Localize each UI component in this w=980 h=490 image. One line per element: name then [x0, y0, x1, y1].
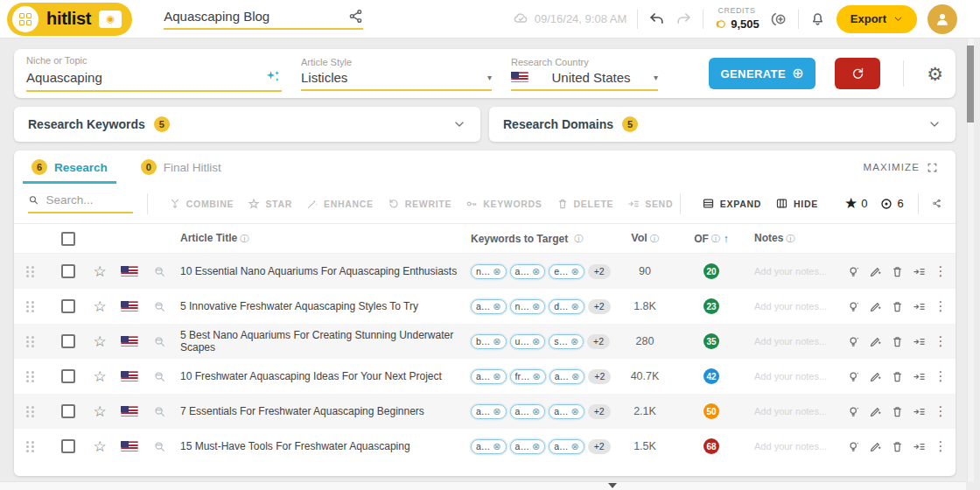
keyword-chip[interactable]: n…⊗ [510, 299, 546, 314]
apps-menu-icon[interactable] [12, 6, 38, 32]
send-row-icon[interactable] [913, 405, 926, 418]
keyword-chip[interactable]: a…⊗ [510, 439, 546, 454]
edit-enhance-icon[interactable] [869, 300, 882, 313]
row-menu-icon[interactable]: ⋮ [934, 333, 948, 349]
table-row[interactable]: ☆ 15 Must-Have Tools For Freshwater Aqua… [14, 429, 956, 464]
search-box[interactable] [28, 193, 133, 214]
row-checkbox[interactable] [61, 369, 75, 383]
article-title[interactable]: 15 Must-Have Tools For Freshwater Aquasc… [173, 440, 471, 452]
keyword-chip[interactable]: e…⊗ [549, 264, 584, 279]
drag-handle-icon[interactable] [26, 441, 51, 452]
column-vol[interactable]: Volⓘ [618, 232, 672, 245]
table-row[interactable]: ☆ 10 Essential Nano Aquariums For Aquasc… [14, 254, 956, 289]
chevron-down-icon[interactable] [928, 117, 942, 131]
chip-remove-icon[interactable]: ⊗ [532, 267, 540, 276]
keyword-chip[interactable]: a…⊗ [549, 439, 584, 454]
row-menu-icon[interactable]: ⋮ [934, 438, 948, 454]
more-keywords-chip[interactable]: +2 [588, 264, 611, 279]
send-row-icon[interactable] [913, 300, 926, 313]
column-of[interactable]: OFⓘ↑ [672, 233, 751, 245]
article-title[interactable]: 7 Essentials For Freshwater Aquascaping … [173, 405, 471, 417]
row-checkbox[interactable] [61, 404, 75, 418]
row-menu-icon[interactable]: ⋮ [934, 263, 948, 279]
export-button[interactable]: Export [836, 5, 917, 33]
chip-remove-icon[interactable]: ⊗ [570, 267, 578, 276]
keyword-chip[interactable]: a…⊗ [510, 404, 546, 419]
send-row-icon[interactable] [913, 370, 926, 383]
idea-lightbulb-icon[interactable] [847, 300, 860, 313]
chip-remove-icon[interactable]: ⊗ [570, 337, 578, 346]
scroll-down-arrow[interactable] [608, 483, 617, 488]
share-title-icon[interactable] [348, 9, 363, 24]
table-row[interactable]: ☆ 10 Freshwater Aquascaping Ideas For Yo… [14, 359, 956, 394]
column-keywords[interactable]: Keywords to Targetⓘ [471, 233, 618, 245]
chip-remove-icon[interactable]: ⊗ [493, 267, 500, 276]
chip-remove-icon[interactable]: ⊗ [532, 337, 540, 346]
article-title[interactable]: 5 Innovative Freshwater Aquascaping Styl… [173, 300, 471, 312]
article-style-value[interactable]: Listicles [301, 70, 347, 85]
undo-icon[interactable] [648, 10, 665, 27]
info-icon[interactable]: ⓘ [240, 234, 248, 243]
hide-columns-button[interactable]: HIDE [768, 192, 825, 215]
chip-remove-icon[interactable]: ⊗ [571, 372, 579, 382]
keyword-chip[interactable]: a…⊗ [550, 369, 585, 384]
more-keywords-chip[interactable]: +2 [588, 439, 611, 454]
chip-remove-icon[interactable]: ⊗ [532, 407, 540, 416]
article-style-select[interactable]: Article Style Listicles ▾ [301, 57, 492, 91]
drag-handle-icon[interactable] [26, 336, 51, 347]
table-row[interactable]: ☆ 5 Innovative Freshwater Aquascaping St… [14, 289, 956, 324]
chip-remove-icon[interactable]: ⊗ [493, 442, 500, 452]
niche-field[interactable]: Niche or Topic Aquascaping [26, 55, 282, 92]
table-row[interactable]: ☆ 5 Best Nano Aquariums For Creating Stu… [14, 324, 956, 359]
row-star-button[interactable]: ☆ [86, 402, 114, 421]
settings-gear-icon[interactable]: ⚙ [927, 65, 943, 83]
delete-row-icon[interactable] [891, 440, 904, 453]
serp-preview-icon[interactable] [153, 370, 166, 383]
research-domains-accordion[interactable]: Research Domains 5 [489, 107, 956, 142]
user-avatar[interactable] [928, 4, 957, 34]
more-keywords-chip[interactable]: +2 [588, 369, 611, 384]
delete-row-icon[interactable] [891, 265, 904, 278]
more-keywords-chip[interactable]: +2 [588, 299, 611, 314]
keyword-chip[interactable]: s…⊗ [549, 334, 584, 349]
row-star-button[interactable]: ☆ [86, 262, 114, 281]
edit-enhance-icon[interactable] [869, 440, 882, 453]
niche-value[interactable]: Aquascaping [26, 70, 102, 85]
keyword-chip[interactable]: n…⊗ [471, 264, 507, 279]
chip-remove-icon[interactable]: ⊗ [532, 302, 540, 312]
edit-enhance-icon[interactable] [869, 265, 882, 278]
document-title[interactable]: Aquascaping Blog [164, 9, 270, 24]
column-notes[interactable]: Notesⓘ [751, 232, 838, 245]
info-icon[interactable]: ⓘ [786, 234, 794, 243]
chip-remove-icon[interactable]: ⊗ [532, 372, 540, 382]
info-icon[interactable]: ⓘ [711, 233, 720, 245]
keyword-chip[interactable]: b…⊗ [471, 334, 507, 349]
ai-sparkles-icon[interactable] [264, 68, 282, 86]
notes-field[interactable]: Add your notes... [751, 301, 838, 312]
keyword-chip[interactable]: a…⊗ [471, 439, 507, 454]
sort-asc-icon[interactable]: ↑ [724, 233, 729, 245]
app-logo[interactable]: hitlist ◉ [7, 3, 132, 36]
send-row-icon[interactable] [913, 265, 926, 278]
row-menu-icon[interactable]: ⋮ [934, 368, 948, 384]
tab-final-hitlist[interactable]: 0 Final Hitlist [141, 150, 221, 184]
article-title[interactable]: 10 Freshwater Aquascaping Ideas For Your… [173, 370, 471, 382]
row-star-button[interactable]: ☆ [86, 368, 114, 386]
row-checkbox[interactable] [61, 264, 75, 278]
chip-remove-icon[interactable]: ⊗ [532, 442, 540, 452]
star-button[interactable]: ☆ STAR [241, 192, 299, 215]
chip-remove-icon[interactable]: ⊗ [493, 302, 500, 312]
idea-lightbulb-icon[interactable] [847, 440, 860, 453]
row-checkbox[interactable] [61, 439, 75, 453]
delete-row-icon[interactable] [891, 370, 904, 383]
article-title[interactable]: 5 Best Nano Aquariums For Creating Stunn… [173, 329, 471, 354]
more-keywords-chip[interactable]: +2 [587, 334, 610, 349]
serp-preview-icon[interactable] [153, 265, 166, 278]
send-row-icon[interactable] [913, 440, 926, 453]
keyword-chip[interactable]: d…⊗ [549, 299, 584, 314]
keyword-chip[interactable]: a…⊗ [471, 299, 507, 314]
generate-button[interactable]: GENERATE⊕ [709, 58, 816, 89]
table-row[interactable]: ☆ 7 Essentials For Freshwater Aquascapin… [14, 394, 956, 429]
idea-lightbulb-icon[interactable] [847, 335, 860, 348]
drag-handle-icon[interactable] [26, 301, 51, 312]
